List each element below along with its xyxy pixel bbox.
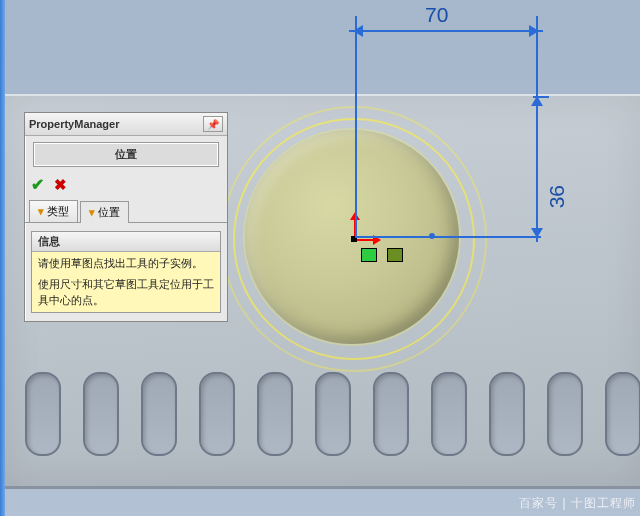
feature-name-label: 位置 [34, 143, 218, 166]
tab-position-label: 位置 [98, 205, 120, 220]
feature-name-box: 位置 [33, 142, 219, 167]
louver-slot [83, 372, 119, 456]
louver-slot [373, 372, 409, 456]
louver-slot [25, 372, 61, 456]
pin-panel-icon[interactable]: 📌 [203, 116, 223, 132]
dim-extension-line [355, 236, 541, 238]
vertical-dimension-value[interactable]: 36 [545, 185, 569, 208]
louver-slot [199, 372, 235, 456]
tab-type[interactable]: ▾ 类型 [29, 200, 78, 222]
confirm-row: ✔ ✖ [25, 173, 227, 196]
x-axis-icon [354, 239, 380, 241]
louver-slot [315, 372, 351, 456]
tab-type-icon: ▾ [38, 205, 44, 218]
louver-slot [547, 372, 583, 456]
louver-slot [431, 372, 467, 456]
vertical-dimension-line[interactable] [536, 92, 538, 242]
watermark-text: 百家号 | 十图工程师 [519, 495, 636, 512]
louver-slot [489, 372, 525, 456]
ok-button[interactable]: ✔ [31, 175, 44, 194]
louver-slot [141, 372, 177, 456]
panel-title: PropertyManager [29, 118, 203, 130]
horizontal-relation-icon[interactable] [387, 248, 403, 262]
louver-slot [257, 372, 293, 456]
info-group-heading: 信息 [32, 232, 220, 252]
tab-type-label: 类型 [47, 204, 69, 219]
horizontal-dimension-value[interactable]: 70 [425, 3, 448, 27]
info-text-line1: 请使用草图点找出工具的子实例。 [38, 256, 214, 271]
panel-titlebar[interactable]: PropertyManager 📌 [25, 113, 227, 136]
property-manager-panel: PropertyManager 📌 位置 ✔ ✖ ▾ 类型 ▾ 位置 信息 请使… [24, 112, 228, 322]
model-viewport[interactable]: 70 36 PropertyManager 📌 位置 ✔ ✖ ▾ 类型 ▾ 位置 [5, 0, 640, 516]
tab-position-icon: ▾ [89, 206, 95, 219]
info-group-body: 请使用草图点找出工具的子实例。 使用尺寸和其它草图工具定位用于工具中心的点。 [32, 252, 220, 312]
info-text-line2: 使用尺寸和其它草图工具定位用于工具中心的点。 [38, 277, 214, 308]
tab-position[interactable]: ▾ 位置 [80, 201, 129, 223]
dim-extension-line [355, 16, 357, 236]
coincident-relation-icon[interactable] [361, 248, 377, 262]
tab-strip: ▾ 类型 ▾ 位置 [25, 196, 227, 223]
cancel-button[interactable]: ✖ [54, 176, 67, 194]
horizontal-dimension-line[interactable] [349, 30, 543, 32]
louver-slot [605, 372, 640, 456]
info-group: 信息 请使用草图点找出工具的子实例。 使用尺寸和其它草图工具定位用于工具中心的点… [31, 231, 221, 313]
